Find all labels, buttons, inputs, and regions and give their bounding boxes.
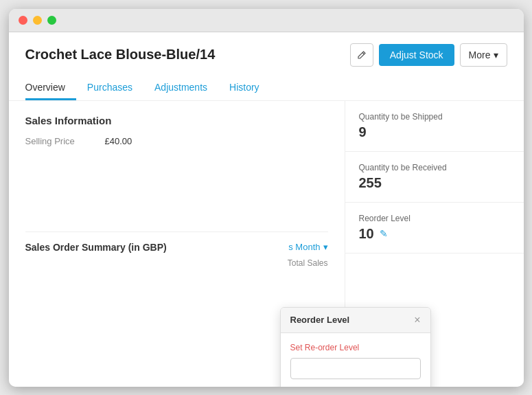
more-button[interactable]: More ▾ xyxy=(460,43,507,67)
sales-summary-header: Sales Order Summary (in GBP) s Month ▾ xyxy=(25,242,328,253)
reorder-block: Reorder Level 10 ✎ xyxy=(345,203,524,253)
qty-received-value: 255 xyxy=(359,175,510,191)
main-content: Sales Information Selling Price £40.00 S… xyxy=(9,101,524,387)
tabs-nav: Overview Purchases Adjustments History xyxy=(25,76,507,100)
qty-received-block: Quantity to be Received 255 xyxy=(345,152,524,203)
tab-purchases[interactable]: Purchases xyxy=(76,76,143,100)
title-bar xyxy=(9,9,524,32)
header-actions: Adjust Stock More ▾ xyxy=(350,43,507,67)
reorder-label: Reorder Level xyxy=(359,214,510,223)
sales-summary-title: Sales Order Summary (in GBP) xyxy=(25,242,167,253)
popup-close-button[interactable]: × xyxy=(414,315,420,326)
qty-shipped-block: Quantity to be Shipped 9 xyxy=(345,101,524,152)
minimize-button[interactable] xyxy=(33,16,42,25)
page-header: Crochet Lace Blouse-Blue/14 Adjust Stock… xyxy=(9,32,524,101)
chevron-down-icon: ▾ xyxy=(494,49,498,60)
reorder-edit-icon[interactable]: ✎ xyxy=(380,228,388,239)
selling-price-label: Selling Price xyxy=(25,136,94,146)
pencil-icon xyxy=(357,50,367,60)
adjust-stock-button[interactable]: Adjust Stock xyxy=(379,44,454,66)
chevron-down-icon: ▾ xyxy=(323,242,328,252)
close-button[interactable] xyxy=(19,16,27,25)
tab-overview[interactable]: Overview xyxy=(25,76,76,100)
tab-history[interactable]: History xyxy=(218,76,270,100)
reorder-level-popup: Reorder Level × Set Re-order Level Updat… xyxy=(280,307,431,387)
qty-shipped-label: Quantity to be Shipped xyxy=(359,112,510,122)
month-filter-button[interactable]: s Month ▾ xyxy=(288,242,327,252)
selling-price-value: £40.00 xyxy=(105,136,132,146)
maximize-button[interactable] xyxy=(47,16,56,25)
popup-body: Set Re-order Level Update xyxy=(281,333,430,387)
total-sales-label: Total Sales xyxy=(25,258,328,268)
qty-received-label: Quantity to be Received xyxy=(359,163,510,172)
popup-title: Reorder Level xyxy=(290,315,350,325)
qty-shipped-value: 9 xyxy=(359,124,510,140)
selling-price-row: Selling Price £40.00 xyxy=(25,136,328,146)
reorder-value: 10 xyxy=(359,226,374,242)
tab-adjustments[interactable]: Adjustments xyxy=(143,76,218,100)
popup-header: Reorder Level × xyxy=(281,308,430,333)
popup-field-label: Set Re-order Level xyxy=(290,343,421,352)
edit-button[interactable] xyxy=(350,43,373,67)
product-title: Crochet Lace Blouse-Blue/14 xyxy=(25,47,216,63)
reorder-level-input[interactable] xyxy=(290,358,421,379)
sales-info-title: Sales Information xyxy=(25,115,328,126)
